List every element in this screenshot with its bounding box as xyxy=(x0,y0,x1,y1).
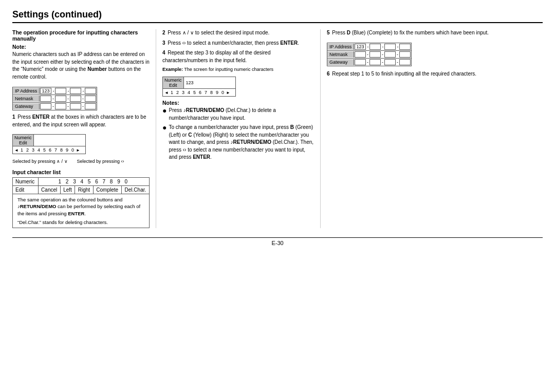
right-column: 5 Press D (Blue) (Complete) to fix the n… xyxy=(321,29,543,228)
ip-box-rnm3 xyxy=(384,51,396,58)
step5: 5 Press D (Blue) (Complete) to fix the n… xyxy=(327,29,543,37)
ip-row-netmask-r: Netmask - - - xyxy=(327,51,411,59)
selected-pressing-labels: Selected by pressing ∧ / ∨ Selected by p… xyxy=(12,159,150,164)
table-row-edit: Edit Cancel Left Right Complete Del.Char… xyxy=(13,186,150,194)
notes-label: Notes: xyxy=(162,100,314,106)
ip-box-4 xyxy=(85,88,96,94)
sel-pressing-2: Selected by pressing ‹› xyxy=(77,159,124,164)
step3: 3 Press ‹› to select a number/character,… xyxy=(162,40,314,47)
ip-field-gateway: - - - xyxy=(40,103,97,110)
ip-label-gateway-r: Gateway xyxy=(327,59,354,65)
edit-left: Left xyxy=(60,186,75,194)
ip-table-left: IP Address 123 - - - Netmask xyxy=(12,87,97,110)
step4: 4 Repeat the step 3 to display all of th… xyxy=(162,49,314,64)
notes-section: Notes: ● Press ♪RETURN/DEMO (Del.Char.) … xyxy=(162,100,314,161)
page-number: E-30 xyxy=(12,237,543,246)
ip-row-gateway: Gateway - - - xyxy=(13,103,97,110)
ip-field-gateway-r: - - - xyxy=(354,59,411,66)
ip-box-1: 123 xyxy=(40,88,51,94)
ip-box-nm4 xyxy=(85,96,96,102)
ip-box-r4 xyxy=(399,44,411,50)
ip-box-rnm4 xyxy=(399,51,411,58)
ip-row-address: IP Address 123 - - - xyxy=(13,87,97,95)
edit-cancel: Cancel xyxy=(38,186,60,194)
numeric-row-label: Numeric xyxy=(13,178,39,186)
ip-box-rgw3 xyxy=(384,59,396,65)
note-item-1: ● Press ♪RETURN/DEMO (Del.Char.) to dele… xyxy=(162,107,314,122)
numeric-chars-left: ◄ 1 2 3 4 5 6 7 8 9 0 ► xyxy=(13,146,85,154)
ip-box-rnm2 xyxy=(369,51,381,58)
note-label: Note: xyxy=(12,44,150,50)
ip-box-r1: 123 xyxy=(355,44,366,50)
edit-right: Right xyxy=(75,186,93,194)
step1: 1 Press ENTER at the boxes in which char… xyxy=(12,114,150,128)
ip-label-gateway: Gateway xyxy=(13,103,40,109)
page-title: Settings (continued) xyxy=(12,9,543,23)
numeric-input-mid: Numeric Edit 123 ◄ 1 2 3 4 5 6 7 8 9 0 xyxy=(162,77,236,97)
ip-field-netmask: - - - xyxy=(40,95,97,102)
ip-box-gw3 xyxy=(70,103,81,109)
numeric-chars-mid: ◄ 1 2 3 4 5 6 7 8 9 0 ► xyxy=(163,89,235,96)
sel-pressing-1: Selected by pressing ∧ / ∨ xyxy=(12,159,68,164)
ip-label-netmask-r: Netmask xyxy=(327,51,354,58)
note-body: Numeric characters such as IP address ca… xyxy=(12,51,150,81)
note-item-2: ● To change a number/character you have … xyxy=(162,124,314,161)
table-row-numeric: Numeric 1 2 3 4 5 6 7 8 9 0 xyxy=(13,178,150,186)
numeric-header-mid: Numeric Edit 123 xyxy=(163,77,235,89)
ip-box-nm3 xyxy=(70,96,81,102)
table-note: The same operation as the coloured butto… xyxy=(13,194,150,228)
edit-row-label: Edit xyxy=(13,186,39,194)
ip-label-address-r: IP Address xyxy=(327,44,354,50)
numeric-input-left: Numeric Edit ◄ 1 2 3 4 5 6 7 8 9 0 xyxy=(12,134,86,154)
ip-box-nm1 xyxy=(40,96,51,102)
ip-box-gw4 xyxy=(85,103,96,109)
ip-label-netmask: Netmask xyxy=(13,96,40,102)
section-heading: The operation procedure for inputting ch… xyxy=(12,29,150,42)
step2: 2 Press ∧ / ∨ to select the desired inpu… xyxy=(162,29,314,37)
ip-box-rnm1 xyxy=(355,51,366,58)
ip-row-address-r: IP Address 123 - - - xyxy=(327,43,411,51)
edit-complete: Complete xyxy=(93,186,121,194)
char-list-table: Numeric 1 2 3 4 5 6 7 8 9 0 Edit Cancel … xyxy=(12,177,150,228)
table-row-note: The same operation as the coloured butto… xyxy=(13,194,150,228)
numeric-chars-row: 1 2 3 4 5 6 7 8 9 0 xyxy=(38,178,149,186)
ip-box-gw2 xyxy=(55,103,66,109)
ip-box-rgw4 xyxy=(399,59,411,65)
numeric-value-mid: 123 xyxy=(184,77,235,88)
char-list-section: Input character list Numeric 1 2 3 4 5 6… xyxy=(12,169,150,228)
page: Settings (continued) The operation proce… xyxy=(0,0,555,392)
edit-delchar: Del.Char. xyxy=(121,186,149,194)
ip-box-rgw1 xyxy=(355,59,366,65)
ip-table-right: IP Address 123 - - - Netmask xyxy=(327,43,412,66)
ip-field-address-r: 123 - - - xyxy=(354,43,411,50)
ip-field-address: 123 - - - xyxy=(40,87,97,95)
ip-field-netmask-r: - - - xyxy=(354,51,411,58)
ip-box-nm2 xyxy=(55,96,66,102)
numeric-header-left: Numeric Edit xyxy=(13,135,85,146)
left-column: The operation procedure for inputting ch… xyxy=(12,29,156,228)
ip-row-gateway-r: Gateway - - - xyxy=(327,59,411,66)
numeric-label-left: Numeric Edit xyxy=(13,135,34,146)
mid-column: 2 Press ∧ / ∨ to select the desired inpu… xyxy=(156,29,321,228)
char-list-heading: Input character list xyxy=(12,169,150,175)
ip-box-r2 xyxy=(369,44,381,50)
numeric-value-left xyxy=(34,135,85,146)
ip-box-rgw2 xyxy=(369,59,381,65)
numeric-label-mid: Numeric Edit xyxy=(163,77,184,88)
ip-box-r3 xyxy=(384,44,396,50)
example-label: Example: The screen for inputting numeri… xyxy=(162,67,314,72)
ip-box-gw1 xyxy=(40,103,51,109)
ip-box-3 xyxy=(70,88,81,94)
main-content: The operation procedure for inputting ch… xyxy=(12,29,543,228)
ip-label-address: IP Address xyxy=(13,88,40,94)
ip-box-2 xyxy=(55,88,66,94)
step6: 6 Repeat step 1 to 5 to finish inputting… xyxy=(327,70,543,78)
ip-row-netmask: Netmask - - - xyxy=(13,95,97,103)
